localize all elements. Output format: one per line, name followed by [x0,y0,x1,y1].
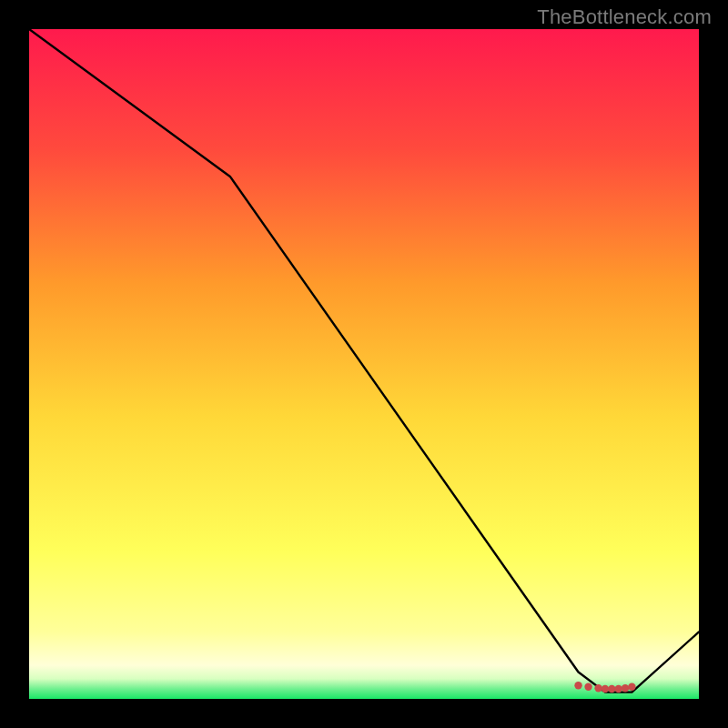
watermark-text: TheBottleneck.com [537,5,712,29]
marker-dot [594,684,602,692]
marker-dot [608,685,615,693]
marker-dot [574,682,581,689]
marker-dot [602,685,609,693]
chart-background-gradient [29,29,699,699]
marker-dot [628,683,635,691]
chart-container [29,29,699,699]
marker-dot [584,683,592,691]
marker-dot [614,685,622,693]
marker-dot [622,684,629,692]
chart-svg [29,29,699,699]
